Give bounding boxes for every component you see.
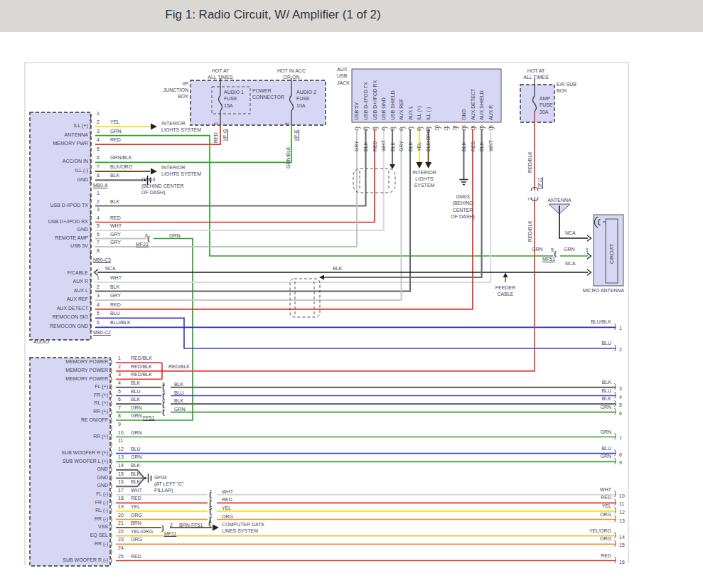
connector-ipe: I/P-E <box>294 129 299 141</box>
aux-usb-jack-title: AUX USB JACK <box>337 66 350 86</box>
mf51-wire-a: GRN <box>532 246 543 252</box>
pin-number: 10 <box>118 430 124 435</box>
pin-label: AUX DETECT <box>31 306 88 311</box>
hot-at-all-times-left: HOT ATALL TIMES <box>199 68 242 81</box>
pin-arc: ) <box>110 499 112 506</box>
pin-number: 6 <box>118 397 121 402</box>
pin-arc: ) <box>614 344 616 351</box>
pin-number: 16 <box>619 560 625 565</box>
pin-arc: ) <box>614 556 616 563</box>
pin-number: 14 <box>619 535 625 540</box>
wire-color-label: RED <box>131 496 141 501</box>
pin-arc: ) <box>110 358 112 365</box>
pin-label: ACC/ON IN <box>31 159 88 164</box>
pin-number: 18 <box>118 496 124 501</box>
wire-color-label: RED/BLK <box>131 356 152 360</box>
pin-number: 7 <box>619 436 622 441</box>
wire-redblk-vertical-1: RED/BLK <box>527 151 532 173</box>
pin-number: 7 <box>408 128 413 131</box>
wire-red-vertical: RED <box>213 132 218 143</box>
pin-arc: ) <box>110 392 112 399</box>
wire-color-label: BLU <box>559 388 611 393</box>
fuse1-pin: 5 <box>213 122 218 125</box>
pin-arc: ) <box>110 474 112 481</box>
wire-color-label: GRN <box>559 405 611 410</box>
wiring-diagram-page: Fig 1: Radio Circuit, W/ Amplifier (1 of… <box>0 0 703 588</box>
pin-arc: ) <box>90 132 92 139</box>
interior-lights-1: INTERIORLIGHTS SYSTEM <box>161 120 201 134</box>
pin-label: RE ON/OFF <box>33 417 108 422</box>
pin-number: 13 <box>619 518 625 523</box>
pin-number: 2 <box>619 347 622 352</box>
pin-arc: ) <box>90 149 92 156</box>
amp-fuse-label: AMPFUSE30A <box>540 95 553 115</box>
wire-color-label: RED/BLK <box>131 364 152 369</box>
pin-arc: ) <box>614 506 616 513</box>
pin-arc: ) <box>90 210 92 217</box>
pin-number: 2 <box>97 199 100 204</box>
wire-color-label: BLK <box>363 142 368 151</box>
power-connector-label: POWERCONNECTOR <box>252 87 284 101</box>
jack-pin-name: USB SHIELD <box>390 90 395 120</box>
pin-number: 7 <box>97 164 100 169</box>
pin-label: MEMORY POWER <box>33 359 108 364</box>
mf11-wire: BRN <box>179 522 190 528</box>
gm03-label-2: GM03(BEHINDCENTEROF DASH) <box>441 193 484 220</box>
wire-color-label: YEL <box>110 119 119 124</box>
shield-symbols <box>290 169 395 317</box>
spkneg-wire-0: WHT <box>222 488 233 495</box>
pin-number: 11 <box>118 438 123 443</box>
wire-color-label: WHT <box>559 487 611 492</box>
fuse2-pin: 2 <box>284 122 289 125</box>
pin-number: 17 <box>118 488 124 493</box>
wire-color-label: BLK <box>110 199 119 204</box>
pin-arc: ) <box>614 407 616 415</box>
pin-arc: ) <box>90 193 92 201</box>
wire-color-label: YEL <box>417 142 422 151</box>
connector-mf21: MF21 <box>136 241 149 247</box>
pin-number: 6 <box>97 232 100 237</box>
pin-number: 19 <box>118 504 124 509</box>
wire-color-label: BRN <box>131 520 141 525</box>
pin-arc: ) <box>110 408 112 415</box>
wire-color-label: BLK <box>408 142 413 151</box>
pin-arc: ) <box>614 432 616 439</box>
pin-arc: ) <box>110 466 112 473</box>
pin-number: 3 <box>97 207 100 212</box>
pin-number: 1 <box>619 326 622 331</box>
pin-label: AUX R <box>31 279 88 284</box>
pin-number: 8 <box>118 413 121 418</box>
pin-label: USB D+/IPOD RX <box>31 219 88 224</box>
pin-arc: ) <box>110 548 112 555</box>
wire-redblk-vertical-2: RED/BLK <box>527 220 532 242</box>
mf21-wire: GRN <box>169 232 181 239</box>
wire-color-label: GRY <box>354 141 359 151</box>
pin-number: 16 <box>118 479 124 484</box>
pin-arc: ) <box>110 400 112 407</box>
pin-label: RR (+) <box>33 409 108 414</box>
wire-color-label: GRN <box>131 405 142 410</box>
gm03-label-1: GM03(BEHIND CENTEROF DASH) <box>141 176 184 196</box>
pin-arc: ) <box>90 202 92 209</box>
pin-number: 20 <box>118 513 124 518</box>
wire-color-label: GRY <box>110 232 121 237</box>
pin-number: 3 <box>619 386 622 391</box>
jack-pin-name: ILL (+) <box>417 106 422 120</box>
wire-color-label: YEL/ORG <box>131 529 153 534</box>
pin-number: 3 <box>118 372 121 377</box>
wire-color-label: WHT <box>131 488 142 493</box>
pin-number: 15 <box>479 125 484 131</box>
pin-arc: ) <box>614 515 616 522</box>
pin-arc: ) <box>110 449 112 456</box>
wire-color-label: BLK <box>131 397 140 402</box>
pin-number: 14 <box>471 125 476 131</box>
pin-label: FL (-) <box>33 491 108 496</box>
jack-pin-name: USB 5V <box>354 102 359 120</box>
pin-number: 2 <box>97 284 100 289</box>
pin-arc: ) <box>614 498 616 506</box>
wire-color-label: WHT <box>110 275 122 280</box>
mf11-pin: 2 <box>170 522 173 528</box>
micro-antenna-label: MICRO ANTENNA <box>571 287 635 294</box>
jack-pin-name: USB D+/IPOD RX <box>372 80 377 120</box>
pin-number: 5 <box>619 402 622 407</box>
